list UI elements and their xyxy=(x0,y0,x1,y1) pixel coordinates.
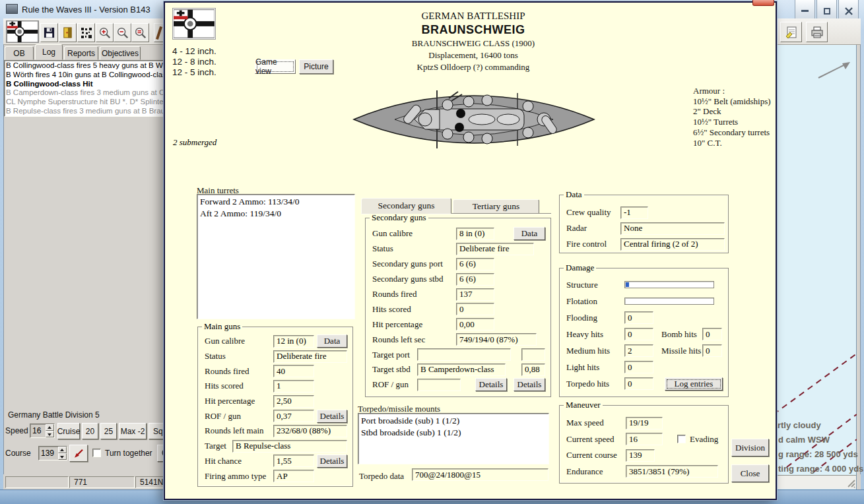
speed-spinner[interactable]: 16 xyxy=(30,424,55,438)
zoom-out-button[interactable] xyxy=(114,23,131,42)
division-button[interactable]: Division xyxy=(731,439,769,457)
tab-ob[interactable]: OB xyxy=(5,46,34,60)
field-label: Hits scored xyxy=(205,381,273,391)
tab-reports-label: Reports xyxy=(67,49,95,58)
maneuver-panel: Maneuver Max speed 19/19 Current speed 1… xyxy=(559,405,729,484)
main-guns-data-button[interactable]: Data xyxy=(317,334,347,348)
tab-log[interactable]: Log xyxy=(35,44,63,60)
data-panel: Data Crew quality -1 Radar None Fire con… xyxy=(559,195,729,253)
game-view-button[interactable]: Game view xyxy=(255,59,296,74)
log-line[interactable]: B Collingwood-class fires 5 heavy guns a… xyxy=(6,61,163,71)
max-minus-2-button[interactable]: Max -2 xyxy=(119,423,147,439)
tab-reports[interactable]: Reports xyxy=(64,46,98,60)
row-current-course: Current course 139 xyxy=(566,447,723,464)
resize-grip-icon[interactable] xyxy=(847,479,856,488)
gun-calibre-value: 8 in (0) xyxy=(456,228,494,240)
course-spinner[interactable]: 139 xyxy=(38,446,67,460)
course-value: 139 xyxy=(39,447,58,460)
log-entries-button[interactable]: Log entries xyxy=(665,377,723,391)
field-label: Rounds left sec xyxy=(372,334,456,345)
secondary-data-button[interactable]: Data xyxy=(514,227,545,240)
spinner-up-icon[interactable] xyxy=(58,447,67,453)
secondary-guns-legend: Secondary guns xyxy=(370,212,428,223)
status-value: 771 xyxy=(74,478,87,487)
gun-icon xyxy=(155,26,163,40)
torpedo-mount-item[interactable]: Stbd broadside (sub) 1 (1/2) xyxy=(361,427,546,439)
row-fire-control: Fire control Central firing (2 of 2) xyxy=(566,236,723,252)
log-line[interactable]: B Camperdown-class fires 3 medium guns a… xyxy=(6,88,163,98)
field-label: Radar xyxy=(566,223,620,234)
torpedo-mounts-list[interactable]: Port broadside (sub) 1 (1/2) Stbd broads… xyxy=(358,413,549,464)
sighting-range-status: ting range: 4 000 yds xyxy=(778,464,863,474)
target-value: B Repulse-class xyxy=(232,440,347,453)
spinner-down-icon[interactable] xyxy=(58,453,67,460)
field-label: Current course xyxy=(566,450,626,460)
rof-details-button[interactable]: Details xyxy=(317,410,347,423)
field-label: ROF / gun xyxy=(372,379,417,390)
gun-tool-button[interactable] xyxy=(154,23,164,42)
turret-item[interactable]: Forward 2 Ammo: 113/34/0 xyxy=(200,196,352,208)
field-label: Flooding xyxy=(566,313,624,323)
cruise-button[interactable]: Cruise xyxy=(57,423,80,439)
hit-percentage-value: 0,00 xyxy=(456,318,494,331)
row-hit-chance: Hit chance 1,55 Details xyxy=(205,454,347,469)
zoom-in-icon xyxy=(98,26,112,40)
log-line[interactable]: B Repulse-class fires 3 medium guns at B… xyxy=(6,107,163,116)
speed-25-button[interactable]: 25 xyxy=(100,423,117,439)
main-turrets-list[interactable]: Forward 2 Ammo: 113/34/0 Aft 2 Ammo: 119… xyxy=(197,194,355,319)
speed-20-button[interactable]: 20 xyxy=(82,423,98,439)
missile-hits-value: 0 xyxy=(702,344,722,357)
row-rounds-left: Rounds left sec 749/194/0 (87%) xyxy=(372,332,545,347)
print-button[interactable] xyxy=(806,22,828,42)
torpedo-mount-item[interactable]: Port broadside (sub) 1 (1/2) xyxy=(361,415,546,427)
field-label: Rounds fired xyxy=(205,366,273,377)
log-line[interactable]: CL Nymphe Superstructure hit BU *. D* Sp… xyxy=(6,98,163,107)
row-medium-missile: Medium hits 2 Missile hits 0 xyxy=(566,342,723,359)
tab-objectives[interactable]: Objectives xyxy=(100,46,141,60)
wind-status: d calm WSW xyxy=(778,435,830,445)
bomb-hits-value: 0 xyxy=(702,328,722,340)
set-course-button[interactable] xyxy=(69,445,88,462)
row-guns-stbd: Secondary guns stbd 6 (6) xyxy=(372,272,545,287)
log-line[interactable]: B Collingwood-class Hit xyxy=(6,80,163,89)
hit-percentage-value: 2,50 xyxy=(273,395,314,408)
turn-together-checkbox[interactable] xyxy=(92,449,101,457)
dialog-close-button[interactable]: Close xyxy=(731,464,769,482)
ship-name: BRAUNSCHWEIG xyxy=(371,23,576,37)
armour-line: 2" Deck xyxy=(693,106,771,117)
battle-log-list[interactable]: B Collingwood-class fires 5 heavy guns a… xyxy=(4,60,164,117)
row-status: Status Deliberate fire xyxy=(205,349,347,364)
dialog-titlebar-close-button[interactable] xyxy=(752,0,774,6)
tab-secondary-guns[interactable]: Secondary guns xyxy=(361,198,451,214)
spinner-up-icon[interactable] xyxy=(46,424,54,431)
torpedo-hits-value: 0 xyxy=(624,377,653,390)
zoom-reset-button[interactable] xyxy=(131,23,149,42)
stbd-details-button[interactable]: Details xyxy=(514,378,545,391)
row-hit-percentage: Hit percentage 0,00 xyxy=(372,317,545,332)
field-label: Hit percentage xyxy=(372,319,456,330)
row-structure: Structure xyxy=(566,276,723,293)
spinner-down-icon[interactable] xyxy=(46,431,54,437)
port-details-button[interactable]: Details xyxy=(475,378,507,391)
log-line[interactable]: B Wörth fires 4 10in guns at B Collingwo… xyxy=(6,71,163,80)
picture-button[interactable]: Picture xyxy=(299,59,333,74)
save-button[interactable] xyxy=(40,23,58,42)
armour-block: Armour : 10½" Belt (amidships) 2" Deck 1… xyxy=(693,86,771,148)
evading-checkbox[interactable] xyxy=(677,435,686,443)
settings-button[interactable] xyxy=(77,23,95,42)
notes-button[interactable] xyxy=(780,22,802,42)
row-rof: ROF / gun 0,37 Details xyxy=(205,408,347,424)
row-target-stbd: Target stbd B Camperdown-class 0,88 xyxy=(372,362,545,377)
status-cell-mid: 771 xyxy=(69,476,135,488)
hit-chance-details-button[interactable]: Details xyxy=(317,455,347,468)
exit-button[interactable] xyxy=(59,23,77,42)
row-rounds-fired: Rounds fired 40 xyxy=(205,363,347,379)
status-value: Deliberate fire xyxy=(456,243,534,255)
tab-tertiary-guns[interactable]: Tertiary guns xyxy=(453,199,539,214)
row-gun-calibre: Gun calibre 12 in (0) Data xyxy=(205,334,347,349)
submerged-note: 2 submerged xyxy=(173,137,216,148)
field-label: Hit chance xyxy=(205,456,273,466)
zoom-in-button[interactable] xyxy=(96,23,114,42)
turret-item[interactable]: Aft 2 Ammo: 119/34/0 xyxy=(200,208,352,220)
target-stbd-value: B Camperdown-class xyxy=(417,363,506,376)
